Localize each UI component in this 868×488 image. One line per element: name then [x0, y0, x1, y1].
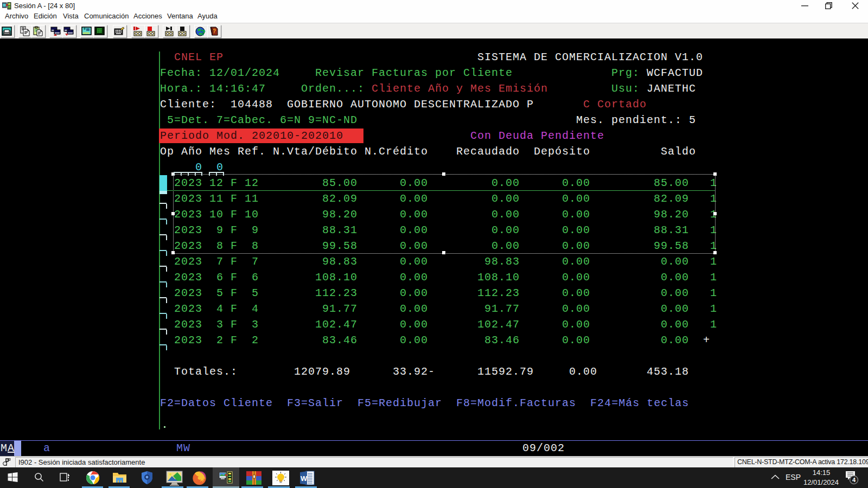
- svg-text:4: 4: [852, 477, 856, 483]
- svg-text:?: ?: [213, 28, 216, 34]
- svg-text:?: ?: [201, 28, 206, 37]
- svg-text:W: W: [301, 474, 308, 483]
